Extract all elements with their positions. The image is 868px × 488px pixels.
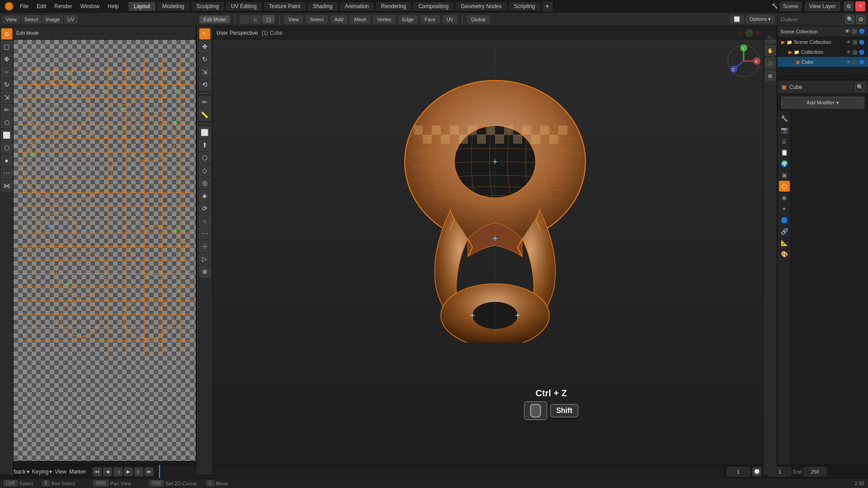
mesh-menu-btn[interactable]: Mesh: [350, 15, 370, 23]
shrink-btn[interactable]: ⊹: [199, 240, 211, 252]
prop-tab-particles-icon[interactable]: ✦: [779, 203, 790, 214]
eye-icon-3[interactable]: 👁: [846, 60, 851, 65]
select-tool-btn[interactable]: ▢: [1, 41, 13, 52]
jump-start-btn[interactable]: ⏮: [93, 467, 102, 476]
play-back-btn[interactable]: ◁: [113, 467, 123, 476]
add-modifier-button[interactable]: Add Modifier ▾: [781, 97, 864, 108]
extrude-btn[interactable]: ⬆: [199, 139, 211, 151]
menu-edit[interactable]: Edit: [33, 2, 50, 10]
cursor-tool-btn[interactable]: ⊕: [1, 28, 13, 40]
uv-tool-cyl[interactable]: ⬡: [1, 142, 13, 154]
grab-tool-btn[interactable]: ↔: [1, 66, 13, 78]
outliner-eye-icon[interactable]: 👁: [845, 28, 850, 34]
uv-tool-cube[interactable]: ⬜: [1, 129, 13, 141]
poly-build-btn[interactable]: ◈: [199, 190, 211, 202]
global-local-btn[interactable]: Global: [467, 15, 490, 23]
tab-layout[interactable]: Layout: [128, 1, 156, 11]
edge-menu-btn[interactable]: Edge: [398, 15, 418, 23]
end-frame-input[interactable]: 250: [804, 467, 826, 476]
select-menu-btn[interactable]: Select: [306, 15, 328, 23]
uv-tool-follow[interactable]: ⋯: [1, 167, 13, 179]
loop-cut-btn[interactable]: ◎: [199, 177, 211, 189]
prop-tab-physics-icon[interactable]: 🔵: [779, 215, 790, 225]
add-workspace-button[interactable]: +: [542, 0, 553, 12]
edge-slide-btn[interactable]: ⋯: [199, 228, 211, 239]
prop-tab-vgroup-icon[interactable]: ◉: [779, 192, 790, 203]
uv-mode-label[interactable]: Edit Mode: [16, 30, 39, 36]
engine-selector[interactable]: 🔧 Scene: [772, 2, 802, 11]
vert-mode-btn[interactable]: ·: [240, 15, 249, 23]
close-button[interactable]: ✕: [855, 1, 865, 11]
timeline-track[interactable]: [157, 465, 723, 478]
transform-tool-btn[interactable]: ✥: [1, 53, 13, 65]
move-tool-btn[interactable]: ✥: [199, 41, 211, 52]
menu-file[interactable]: File: [16, 2, 32, 10]
jump-end-btn[interactable]: ⏭: [145, 467, 154, 476]
render-icon-2[interactable]: 🔵: [859, 50, 864, 55]
prop-tab-render-icon[interactable]: 📷: [779, 124, 790, 135]
uv-tool-extra[interactable]: ⬡: [1, 117, 13, 128]
annotate-btn-3d[interactable]: ✏: [199, 96, 211, 108]
outliner-collection[interactable]: ▶ 📁 Collection 👁 🎥 🔵: [778, 47, 868, 57]
rip-btn[interactable]: ⊗: [199, 266, 211, 277]
rotate-tool-btn[interactable]: ↻: [1, 79, 13, 90]
prop-tab-output-icon[interactable]: 🖨: [779, 136, 790, 146]
outliner-cube[interactable]: ▣ Cube 👁 🎥 🔵: [778, 57, 868, 67]
uv-tool-stitch[interactable]: ⋈: [1, 180, 13, 192]
add-menu-btn[interactable]: Add: [330, 15, 348, 23]
time-toggle-btn[interactable]: 🕐: [752, 467, 761, 476]
outliner-scene-collection[interactable]: ▶ 📁 Scene Collection 👁 🎥 🔵: [778, 37, 868, 47]
smooth-btn[interactable]: ○: [199, 215, 211, 227]
step-fwd-btn[interactable]: ▷: [134, 467, 143, 476]
view-menu-btn[interactable]: View: [284, 15, 303, 23]
settings-icon[interactable]: ⚙: [844, 1, 854, 11]
outliner-filter-icon[interactable]: ⚙: [856, 15, 865, 24]
annotate-tool-btn[interactable]: ✏: [1, 104, 13, 116]
cam-icon[interactable]: 🎥: [852, 40, 858, 45]
menu-window[interactable]: Window: [76, 2, 103, 10]
uv-tool-sph[interactable]: ●: [1, 155, 13, 166]
keying-menu[interactable]: Keying ▾: [32, 469, 52, 475]
uv-label-btn[interactable]: UV: [64, 15, 77, 23]
tab-texture-paint[interactable]: Texture Paint: [263, 1, 307, 11]
hand-navigate-btn[interactable]: ✋: [765, 45, 776, 56]
scale-tool-btn[interactable]: ⇲: [1, 91, 13, 103]
inset-btn[interactable]: ⬡: [199, 152, 211, 164]
xray-btn[interactable]: ⬜: [730, 15, 744, 23]
cam-icon-3[interactable]: 🎥: [852, 60, 858, 65]
prop-tab-scene-icon[interactable]: 🔧: [779, 113, 790, 124]
menu-help[interactable]: Help: [104, 2, 123, 10]
uv-view-btn[interactable]: View: [3, 15, 20, 23]
measure-btn[interactable]: 📏: [199, 109, 211, 121]
tab-scripting[interactable]: Scripting: [508, 1, 541, 11]
eye-icon[interactable]: 👁: [846, 40, 851, 45]
grid-btn[interactable]: ⊞: [765, 70, 776, 81]
axis-gizmo-3d[interactable]: Y X Z: [727, 44, 761, 78]
tab-sculpting[interactable]: Sculpting: [191, 1, 225, 11]
vertex-menu-btn[interactable]: Vertex: [373, 15, 395, 23]
face-mode-btn[interactable]: ▢: [262, 15, 275, 23]
prop-tab-object-icon[interactable]: ▣: [779, 169, 790, 180]
uv-menu-btn[interactable]: UV: [443, 15, 458, 23]
select-mode-btn[interactable]: ↖: [199, 28, 211, 40]
tab-compositing[interactable]: Compositing: [412, 1, 454, 11]
play-btn[interactable]: ▶: [124, 467, 133, 476]
view-layer-selector[interactable]: View Layer: [805, 2, 840, 11]
prop-tab-view-layer-icon[interactable]: 📋: [779, 147, 790, 158]
spin-btn[interactable]: ⟳: [199, 202, 211, 214]
prop-search-btn[interactable]: 🔍: [855, 83, 864, 92]
options-btn[interactable]: Options ▾: [745, 15, 775, 23]
uv-select-btn[interactable]: Select: [21, 15, 42, 23]
step-back-btn[interactable]: ◀: [103, 467, 112, 476]
tab-uv-editing[interactable]: UV Editing: [225, 1, 263, 11]
edge-mode-btn[interactable]: ⎌: [250, 15, 261, 23]
cam-icon-2[interactable]: 🎥: [852, 50, 858, 55]
outliner-camera-icon[interactable]: 🎥: [851, 28, 858, 34]
scale-tool-btn-3d[interactable]: ⇲: [199, 66, 211, 78]
face-menu-btn[interactable]: Face: [420, 15, 439, 23]
viewport-3d-content[interactable]: User Perspective (1) Cube: [213, 26, 777, 474]
timeline-view-menu[interactable]: View: [55, 469, 66, 475]
prop-tab-material-icon[interactable]: 🎨: [779, 249, 790, 259]
camera-view-btn[interactable]: 🎥: [765, 58, 776, 69]
prop-tab-data-icon[interactable]: 📐: [779, 237, 790, 248]
